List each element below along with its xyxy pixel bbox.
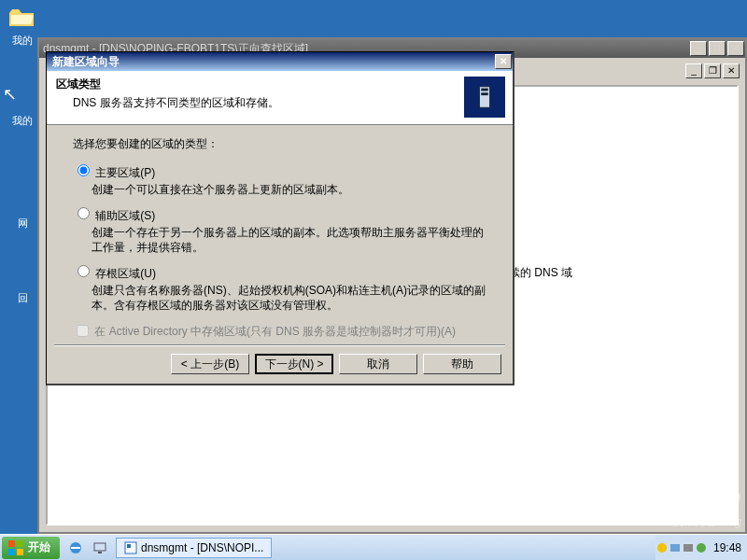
recycle-icon xyxy=(7,261,37,291)
start-label: 开始 xyxy=(28,539,50,555)
wizard-subheading: DNS 服务器支持不同类型的区域和存储。 xyxy=(73,95,503,111)
ad-store-checkbox xyxy=(77,325,89,337)
wizard-body: 选择您要创建的区域的类型： 主要区域(P) 创建一个可以直接在这个服务器上更新的… xyxy=(47,125,513,345)
folder-open-icon xyxy=(7,4,37,34)
taskbar: 开始 dnsmgmt - [DNS\NOPI... 19:48 xyxy=(0,534,747,560)
wizard-title-text: 新建区域向导 xyxy=(52,54,120,70)
radio-primary[interactable] xyxy=(78,164,90,176)
svg-rect-6 xyxy=(17,549,23,555)
tray-icon-3[interactable] xyxy=(682,541,695,554)
tray-icon-1[interactable] xyxy=(655,541,669,554)
network-icon xyxy=(7,187,37,217)
svg-rect-11 xyxy=(127,544,131,548)
svg-rect-2 xyxy=(481,92,488,95)
child-minimize-button[interactable]: _ xyxy=(685,63,702,78)
tray-icon-2[interactable] xyxy=(669,541,682,554)
child-restore-button[interactable]: ❐ xyxy=(704,63,721,78)
close-button[interactable]: ✕ xyxy=(727,41,744,56)
svg-rect-14 xyxy=(684,544,693,552)
desktop-icon-docs[interactable]: 我的 xyxy=(4,4,41,48)
radio-desc: 创建一个可以直接在这个服务器上更新的区域副本。 xyxy=(92,182,486,197)
mmc-icon xyxy=(124,541,137,554)
new-zone-wizard: 新建区域向导 ✕ 区域类型 DNS 服务器支持不同类型的区域和存储。 选择您要创… xyxy=(46,51,514,385)
svg-rect-8 xyxy=(94,543,106,551)
wizard-heading: 区域类型 xyxy=(56,77,503,92)
child-close-button[interactable]: ✕ xyxy=(723,63,740,78)
computer-icon xyxy=(7,84,37,114)
radio-label: 主要区域(P) xyxy=(95,166,155,179)
radio-stub[interactable] xyxy=(78,265,90,277)
radio-secondary-zone[interactable]: 辅助区域(S) 创建一个存在于另一个服务器上的区域的副本。此选项帮助主服务器平衡… xyxy=(73,204,486,255)
task-label: dnsmgmt - [DNS\NOPI... xyxy=(141,541,263,554)
desktop-icon-computer[interactable]: 我的 xyxy=(4,84,41,128)
maximize-button[interactable]: □ xyxy=(709,41,726,56)
wizard-header: 区域类型 DNS 服务器支持不同类型的区域和存储。 xyxy=(47,71,513,125)
radio-label: 辅助区域(S) xyxy=(95,209,155,222)
clock[interactable]: 19:48 xyxy=(713,541,741,554)
wizard-titlebar[interactable]: 新建区域向导 ✕ xyxy=(47,52,513,71)
help-button[interactable]: 帮助 xyxy=(423,354,501,374)
back-button[interactable]: < 上一步(B) xyxy=(171,354,249,374)
wizard-lead: 选择您要创建的区域的类型： xyxy=(73,136,486,152)
cancel-button[interactable]: 取消 xyxy=(339,354,417,374)
desktop-icon-label: 网 xyxy=(18,217,28,229)
tray-icon-4[interactable] xyxy=(695,541,708,554)
svg-rect-1 xyxy=(481,89,488,91)
wizard-close-button[interactable]: ✕ xyxy=(495,54,512,69)
radio-primary-zone[interactable]: 主要区域(P) 创建一个可以直接在这个服务器上更新的区域副本。 xyxy=(73,161,486,197)
desktop-icon-label: 我的 xyxy=(12,35,33,46)
server-icon xyxy=(464,77,505,118)
svg-rect-3 xyxy=(8,540,15,547)
minimize-button[interactable]: _ xyxy=(690,41,707,56)
svg-rect-13 xyxy=(670,544,680,552)
radio-stub-zone[interactable]: 存根区域(U) 创建只含有名称服务器(NS)、起始授权机构(SOA)和粘连主机(… xyxy=(73,262,486,313)
system-tray[interactable]: 19:48 xyxy=(655,535,747,560)
svg-rect-9 xyxy=(98,552,102,553)
svg-rect-4 xyxy=(17,540,23,547)
desktop-icon-net[interactable]: 网 xyxy=(4,187,41,231)
ad-store-label: 在 Active Directory 中存储区域(只有 DNS 服务器是域控制器… xyxy=(94,325,456,338)
radio-desc: 创建只含有名称服务器(NS)、起始授权机构(SOA)和粘连主机(A)记录的区域的… xyxy=(92,283,486,313)
wizard-button-row: < 上一步(B) 下一步(N) > 取消 帮助 xyxy=(165,354,501,374)
svg-point-12 xyxy=(657,543,667,553)
desktop-icon-label: 回 xyxy=(18,292,28,303)
desktop-icon xyxy=(92,540,107,555)
quicklaunch-desktop[interactable] xyxy=(90,538,110,558)
quicklaunch-ie[interactable] xyxy=(65,538,86,558)
svg-point-15 xyxy=(697,543,706,553)
ie-icon xyxy=(68,540,83,555)
ad-store-checkbox-row: 在 Active Directory 中存储区域(只有 DNS 服务器是域控制器… xyxy=(73,320,486,340)
radio-secondary[interactable] xyxy=(78,207,90,219)
windows-logo-icon xyxy=(7,539,24,556)
next-button[interactable]: 下一步(N) > xyxy=(255,354,333,374)
taskbar-task-dnsmgmt[interactable]: dnsmgmt - [DNS\NOPI... xyxy=(116,538,272,558)
svg-rect-5 xyxy=(8,549,15,555)
start-button[interactable]: 开始 xyxy=(2,537,60,559)
desktop-icon-label: 我的 xyxy=(12,115,33,126)
wizard-divider xyxy=(54,344,505,346)
radio-desc: 创建一个存在于另一个服务器上的区域的副本。此选项帮助主服务器平衡处理的工作量，并… xyxy=(92,225,486,255)
radio-label: 存根区域(U) xyxy=(95,267,156,280)
desktop-icon-recycle[interactable]: 回 xyxy=(4,261,41,305)
